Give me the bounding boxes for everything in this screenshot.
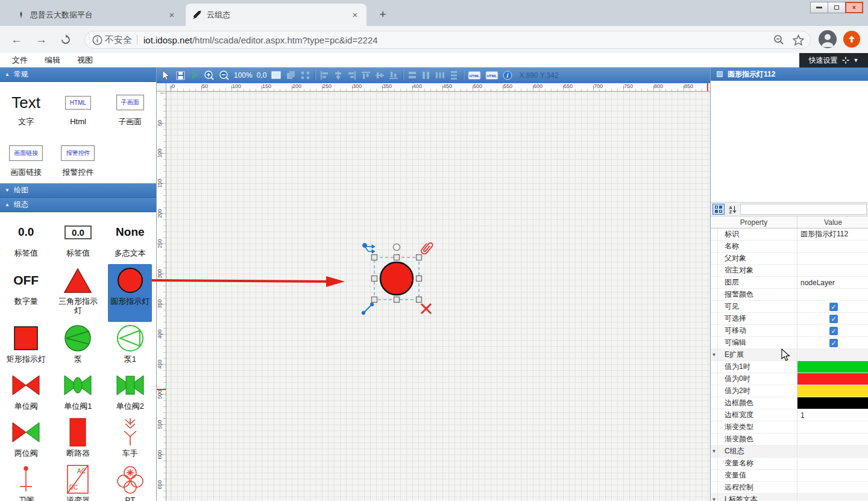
- minimize-button[interactable]: [810, 2, 828, 13]
- property-value[interactable]: [797, 446, 868, 457]
- property-row[interactable]: 值为0时: [711, 373, 868, 385]
- palette-item-text[interactable]: Text 文字: [6, 88, 46, 128]
- delete-icon[interactable]: [421, 304, 431, 314]
- menu-file[interactable]: 文件: [12, 55, 28, 66]
- property-value[interactable]: [797, 458, 868, 469]
- palette-item-screen-link[interactable]: 画面链接 画面链接: [6, 139, 46, 178]
- property-value[interactable]: [797, 385, 868, 397]
- property-filter-box[interactable]: [740, 204, 867, 215]
- browser-update-icon[interactable]: [843, 31, 860, 48]
- line-tool-icon[interactable]: [362, 303, 374, 315]
- profile-avatar[interactable]: [819, 30, 837, 48]
- property-row[interactable]: 值为1时: [711, 361, 868, 373]
- canvas-circle-indicator[interactable]: [380, 262, 413, 295]
- color-swatch[interactable]: [797, 397, 868, 409]
- palette-item-handcart[interactable]: 车手: [110, 416, 150, 463]
- same-height-icon[interactable]: [421, 71, 431, 80]
- property-row[interactable]: 图层nodeLayer: [711, 277, 868, 289]
- palette-item-tag-value[interactable]: 0.0 标签值: [6, 216, 46, 264]
- connector-tool-icon[interactable]: [363, 244, 376, 254]
- back-icon[interactable]: ←: [11, 33, 22, 46]
- html-export-icon[interactable]: HTML: [468, 71, 481, 80]
- property-value[interactable]: [797, 361, 868, 373]
- select-cursor-icon[interactable]: [160, 70, 171, 81]
- property-value[interactable]: ✓: [797, 313, 868, 324]
- zoom-out-icon[interactable]: [219, 70, 230, 81]
- quick-settings-button[interactable]: 快速设置 ▼: [799, 53, 868, 68]
- restore-button[interactable]: [828, 2, 846, 13]
- section-header-drawing[interactable]: ▼ 绘图: [0, 183, 156, 198]
- zoom-in-icon[interactable]: [204, 70, 215, 81]
- property-value[interactable]: [797, 349, 868, 361]
- property-row[interactable]: 可见✓: [711, 301, 868, 313]
- checkbox-checked[interactable]: ✓: [829, 315, 838, 323]
- tab-close-icon[interactable]: ×: [166, 10, 177, 20]
- property-value[interactable]: 1: [797, 409, 868, 421]
- property-group-row[interactable]: ▼L标签文本: [711, 494, 868, 501]
- checkbox-checked[interactable]: ✓: [829, 327, 838, 335]
- menu-view[interactable]: 视图: [77, 55, 93, 66]
- group-collapse-icon[interactable]: ▼: [711, 349, 718, 361]
- property-row[interactable]: 值为2时: [711, 385, 868, 397]
- property-value[interactable]: [797, 421, 868, 433]
- palette-item-unit-valve1[interactable]: 单位阀1: [58, 369, 98, 416]
- group-collapse-icon[interactable]: ▼: [711, 446, 718, 457]
- property-row[interactable]: 变量名称: [711, 458, 868, 470]
- palette-item-unit-valve2[interactable]: 单位阀2: [110, 369, 150, 416]
- checkbox-checked[interactable]: ✓: [829, 339, 838, 347]
- property-value[interactable]: [797, 289, 868, 300]
- palette-item-breaker[interactable]: 断路器: [58, 416, 98, 463]
- color-swatch[interactable]: [797, 385, 868, 397]
- property-row[interactable]: 边框颜色: [711, 397, 868, 409]
- palette-item-two-position-valve[interactable]: 两位阀: [6, 416, 46, 463]
- group-icon[interactable]: [300, 71, 310, 80]
- property-row[interactable]: 渐变类型: [711, 421, 868, 433]
- property-row[interactable]: 宿主对象: [711, 265, 868, 277]
- property-row[interactable]: 父对象: [711, 253, 868, 265]
- property-value[interactable]: [797, 265, 868, 276]
- sort-az-button[interactable]: A Z: [726, 204, 738, 215]
- property-row[interactable]: 名称: [711, 241, 868, 253]
- palette-item-digital[interactable]: OFF 数字量: [6, 264, 46, 322]
- zoom-out-page-icon[interactable]: [773, 34, 784, 45]
- new-tab-button[interactable]: +: [375, 7, 391, 22]
- property-value[interactable]: 圆形指示灯112: [797, 228, 868, 240]
- property-row[interactable]: 可移动✓: [711, 325, 868, 337]
- run-preview-icon[interactable]: [190, 71, 200, 80]
- align-middle-icon[interactable]: [375, 71, 385, 80]
- section-header-scada[interactable]: ▲ 组态: [0, 198, 156, 212]
- bookmark-star-icon[interactable]: [793, 34, 804, 46]
- rotate-handle[interactable]: [394, 244, 400, 251]
- checkbox-checked[interactable]: ✓: [829, 303, 838, 311]
- canvas-size-icon[interactable]: [271, 71, 281, 80]
- palette-item-knife-switch[interactable]: 刀闸: [6, 463, 46, 501]
- reload-icon[interactable]: [60, 34, 71, 45]
- palette-item-multistate-text[interactable]: None 多态文本: [110, 216, 150, 264]
- palette-item-pump[interactable]: 泵: [58, 322, 98, 369]
- copy-icon[interactable]: [286, 71, 296, 80]
- property-value[interactable]: [797, 241, 868, 252]
- tab-close-icon[interactable]: ×: [350, 10, 360, 20]
- property-row[interactable]: 渐变颜色: [711, 433, 868, 446]
- url-field[interactable]: 不安全 iot.idosp.net/html/scada/editor.aspx…: [84, 31, 811, 49]
- menu-edit[interactable]: 编辑: [45, 55, 60, 66]
- align-top-icon[interactable]: [361, 71, 371, 80]
- section-header-general[interactable]: ▲ 常规: [0, 68, 156, 82]
- attach-paperclip-icon[interactable]: [420, 241, 433, 256]
- property-value[interactable]: ✓: [797, 325, 868, 336]
- palette-item-rect-indicator[interactable]: 矩形指示灯: [4, 322, 48, 369]
- palette-item-subscreen[interactable]: 子画面 子画面: [110, 88, 150, 128]
- palette-item-pump1[interactable]: 泵1: [110, 322, 150, 369]
- property-value[interactable]: [797, 253, 868, 264]
- palette-item-unit-valve[interactable]: 单位阀: [6, 369, 46, 416]
- property-value[interactable]: ✓: [797, 301, 868, 312]
- info-icon[interactable]: i: [503, 71, 512, 80]
- align-center-icon[interactable]: [333, 71, 343, 80]
- align-right-icon[interactable]: [347, 71, 357, 80]
- tab-dashboard[interactable]: 思普云大数据平台 ×: [10, 4, 183, 26]
- palette-item-alarm-control[interactable]: 报警控件 报警控件: [58, 139, 98, 178]
- color-swatch[interactable]: [797, 373, 868, 385]
- color-swatch[interactable]: [797, 361, 868, 373]
- align-bottom-icon[interactable]: [389, 71, 398, 80]
- distribute-v-icon[interactable]: [449, 71, 459, 80]
